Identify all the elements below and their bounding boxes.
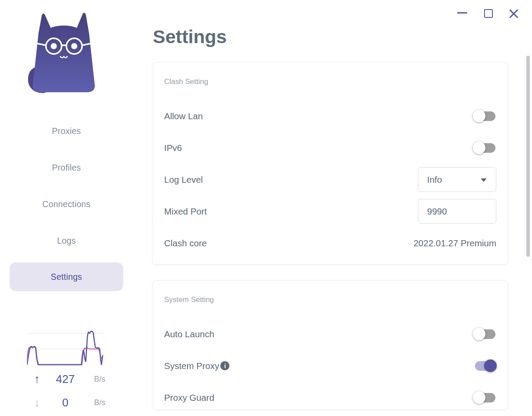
chevron-down-icon <box>481 178 487 182</box>
proxy-guard-label: Proxy Guard <box>164 393 214 403</box>
clash-core-version: 2022.01.27 Premium <box>414 238 496 248</box>
close-icon[interactable] <box>508 8 519 19</box>
maximize-icon[interactable] <box>484 9 493 18</box>
system-setting-header: System Setting <box>164 290 496 309</box>
clash-setting-header: Clash Setting <box>164 72 496 91</box>
upload-rate-value: 427 <box>47 372 84 386</box>
allow-lan-label: Allow Lan <box>164 111 203 121</box>
ipv6-row: IPv6 <box>164 132 496 164</box>
clash-cat-logo <box>21 10 106 97</box>
sidebar: Proxies Profiles Connections Logs Settin… <box>0 0 133 416</box>
upload-line <box>27 331 103 365</box>
info-icon[interactable]: i <box>220 361 229 370</box>
sidebar-item-profiles[interactable]: Profiles <box>10 154 123 181</box>
system-proxy-toggle[interactable] <box>475 361 495 371</box>
scrollbar-thumb[interactable] <box>526 56 530 257</box>
system-proxy-label: System Proxy <box>164 361 219 371</box>
proxy-guard-row: Proxy Guard <box>164 382 496 410</box>
allow-lan-toggle[interactable] <box>475 111 495 121</box>
auto-launch-label: Auto Launch <box>164 329 214 339</box>
log-level-select[interactable]: Info <box>418 167 496 192</box>
traffic-graph <box>27 329 104 367</box>
download-rate-unit: B/s <box>84 398 105 407</box>
download-line <box>27 347 103 365</box>
upload-rate-row: ↑ 427 B/s <box>27 372 105 386</box>
proxy-guard-toggle[interactable] <box>475 393 495 403</box>
page-title: Settings <box>153 26 227 47</box>
sidebar-item-proxies[interactable]: Proxies <box>10 117 123 144</box>
auto-launch-row: Auto Launch <box>164 318 496 350</box>
cat-eye-left <box>51 43 57 49</box>
sidebar-item-settings[interactable]: Settings <box>10 262 123 291</box>
ipv6-label: IPv6 <box>164 143 182 153</box>
log-level-value: Info <box>427 174 442 185</box>
log-level-label: Log Level <box>164 174 203 185</box>
window-controls <box>445 0 532 26</box>
download-rate-row: ↓ 0 B/s <box>27 395 105 410</box>
ipv6-toggle[interactable] <box>475 143 495 153</box>
sidebar-item-logs[interactable]: Logs <box>10 227 123 254</box>
mixed-port-label: Mixed Port <box>164 206 207 217</box>
allow-lan-row: Allow Lan <box>164 100 496 132</box>
system-proxy-row: System Proxy i <box>164 350 496 382</box>
mixed-port-input[interactable] <box>418 199 496 224</box>
log-level-row: Log Level Info <box>164 164 496 195</box>
app-window: Proxies Profiles Connections Logs Settin… <box>0 0 532 416</box>
sidebar-item-connections[interactable]: Connections <box>10 191 123 218</box>
clash-setting-card: Clash Setting Allow Lan IPv6 Log Level I… <box>152 62 508 265</box>
upload-arrow-icon: ↑ <box>27 372 47 386</box>
upload-rate-unit: B/s <box>84 375 105 384</box>
auto-launch-toggle[interactable] <box>475 329 495 339</box>
download-rate-value: 0 <box>47 396 84 409</box>
minimize-icon[interactable] <box>457 12 467 13</box>
clash-core-label: Clash core <box>164 238 207 248</box>
clash-core-row: Clash core 2022.01.27 Premium <box>164 227 496 259</box>
mixed-port-row: Mixed Port <box>164 195 496 227</box>
system-setting-card: System Setting Auto Launch System Proxy … <box>152 280 508 410</box>
cat-eye-right <box>71 43 77 49</box>
download-arrow-icon: ↓ <box>27 396 47 409</box>
cat-body <box>33 13 95 92</box>
